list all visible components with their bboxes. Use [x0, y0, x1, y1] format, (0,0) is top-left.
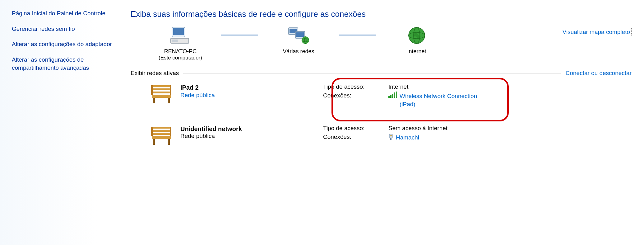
- computer-icon: [140, 25, 221, 46]
- page-title: Exiba suas informações básicas de rede e…: [131, 9, 632, 19]
- svg-rect-23: [151, 130, 171, 132]
- connections-label: Conexões:: [323, 92, 388, 99]
- map-connector: [339, 35, 376, 36]
- section-divider: [183, 73, 561, 73]
- map-connector: [221, 35, 258, 36]
- map-node-label: Várias redes: [258, 48, 339, 55]
- active-networks-header: Exibir redes ativas Conectar ou desconec…: [131, 70, 632, 77]
- svg-rect-29: [168, 139, 170, 145]
- svg-rect-28: [153, 139, 155, 145]
- network-details: Tipo de acesso: Sem acesso à Internet Co…: [316, 124, 478, 145]
- sidebar-link-sharing[interactable]: Alterar as configurações de compartilham…: [12, 56, 113, 72]
- network-details: Tipo de acesso: Internet Conexões: Wirel…: [316, 82, 480, 111]
- svg-rect-26: [151, 127, 153, 136]
- globe-icon: [376, 25, 457, 46]
- bench-icon: [148, 124, 175, 146]
- svg-rect-7: [296, 32, 304, 37]
- wifi-signal-icon: [388, 92, 397, 98]
- network-row: iPad 2 Rede pública Tipo de acesso: Inte…: [148, 82, 632, 111]
- sidebar-link-adapter[interactable]: Alterar as configurações do adaptador: [12, 40, 113, 48]
- access-type-label: Tipo de acesso:: [323, 125, 388, 132]
- map-node-networks: Várias redes: [258, 25, 339, 55]
- map-node-label: RENATO-PC: [140, 48, 221, 55]
- network-type-text: Rede pública: [180, 133, 215, 139]
- svg-rect-3: [172, 40, 178, 42]
- svg-rect-1: [173, 28, 184, 35]
- network-row: Unidentified network Rede pública Tipo d…: [148, 124, 632, 146]
- access-type-value: Internet: [388, 83, 408, 90]
- svg-rect-22: [151, 127, 171, 129]
- svg-rect-14: [151, 85, 171, 87]
- network-map: RENATO-PC (Este computador) Várias redes: [140, 25, 632, 61]
- svg-rect-25: [152, 136, 171, 139]
- sidebar-link-home[interactable]: Página Inicial do Painel de Controle: [12, 9, 113, 17]
- main-content: Exiba suas informações básicas de rede e…: [121, 0, 644, 245]
- network-type-link[interactable]: Rede pública: [180, 92, 215, 99]
- sidebar-link-wireless[interactable]: Gerenciar redes sem fio: [12, 25, 113, 33]
- connection-link[interactable]: Wireless Network Connection (iPad): [400, 92, 480, 108]
- connections-label: Conexões:: [323, 134, 388, 140]
- section-label: Exibir redes ativas: [131, 70, 179, 77]
- svg-rect-24: [151, 133, 171, 135]
- network-name: iPad 2: [180, 84, 215, 91]
- access-type-label: Tipo de acesso:: [323, 83, 388, 90]
- svg-rect-27: [170, 127, 171, 136]
- access-type-value: Sem acesso à Internet: [388, 125, 447, 132]
- svg-rect-16: [151, 92, 171, 93]
- svg-rect-20: [153, 98, 155, 103]
- map-node-label: Internet: [376, 48, 457, 55]
- svg-rect-17: [152, 95, 171, 98]
- svg-rect-31: [390, 135, 392, 136]
- map-node-internet: Internet: [376, 25, 457, 55]
- sidebar: Página Inicial do Painel de Controle Ger…: [0, 0, 121, 245]
- map-node-sublabel: (Este computador): [140, 55, 221, 61]
- bench-icon: [148, 82, 175, 105]
- svg-rect-21: [168, 98, 170, 103]
- svg-rect-18: [151, 85, 153, 95]
- connection-link[interactable]: Hamachi: [396, 134, 419, 142]
- connect-disconnect-link[interactable]: Conectar ou desconectar: [566, 70, 632, 77]
- map-node-this-pc: RENATO-PC (Este computador): [140, 25, 221, 61]
- svg-rect-19: [170, 85, 171, 95]
- svg-rect-32: [390, 138, 391, 140]
- ethernet-plug-icon: [388, 134, 393, 140]
- network-name: Unidentified network: [180, 125, 242, 133]
- svg-point-8: [302, 36, 309, 44]
- svg-rect-15: [151, 88, 171, 90]
- multi-network-icon: [258, 25, 339, 46]
